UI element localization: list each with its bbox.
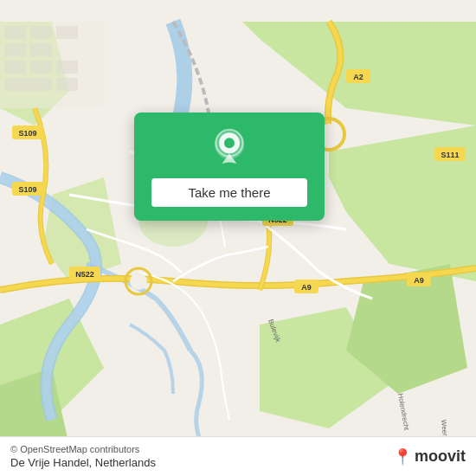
attribution-text: © OpenStreetMap contributors	[10, 444, 156, 454]
svg-text:S109: S109	[18, 185, 36, 194]
svg-rect-16	[30, 61, 52, 74]
moovit-logo-text: moovit	[415, 447, 466, 466]
svg-rect-10	[4, 26, 26, 39]
svg-point-46	[224, 138, 235, 148]
moovit-logo: 📍 moovit	[393, 447, 466, 466]
svg-text:N522: N522	[75, 270, 94, 279]
svg-text:A9: A9	[301, 283, 312, 292]
svg-point-42	[130, 273, 147, 290]
svg-text:S109: S109	[18, 129, 36, 138]
svg-rect-18	[4, 78, 52, 91]
svg-rect-14	[30, 43, 52, 56]
svg-rect-15	[4, 61, 26, 74]
moovit-pin-icon: 📍	[393, 447, 412, 466]
location-pin-icon	[209, 128, 250, 170]
svg-rect-11	[30, 26, 52, 39]
svg-text:S111: S111	[441, 151, 459, 159]
map-container: A2 A9 A9 N522 N522 S109 S109 S111 Bulevi…	[0, 0, 476, 476]
take-me-there-button[interactable]: Take me there	[151, 178, 307, 207]
bottom-bar: © OpenStreetMap contributors De Vrije Ha…	[0, 436, 476, 476]
svg-text:A9: A9	[414, 276, 424, 285]
svg-rect-12	[56, 26, 78, 39]
map-svg: A2 A9 A9 N522 N522 S109 S109 S111 Bulevi…	[0, 0, 476, 476]
location-card[interactable]: Take me there	[134, 113, 325, 221]
svg-rect-17	[56, 61, 78, 74]
bottom-left-info: © OpenStreetMap contributors De Vrije Ha…	[10, 444, 156, 469]
svg-text:A2: A2	[353, 73, 363, 81]
svg-rect-13	[4, 43, 26, 56]
location-name-text: De Vrije Handel, Netherlands	[10, 456, 156, 469]
svg-rect-19	[56, 78, 78, 91]
